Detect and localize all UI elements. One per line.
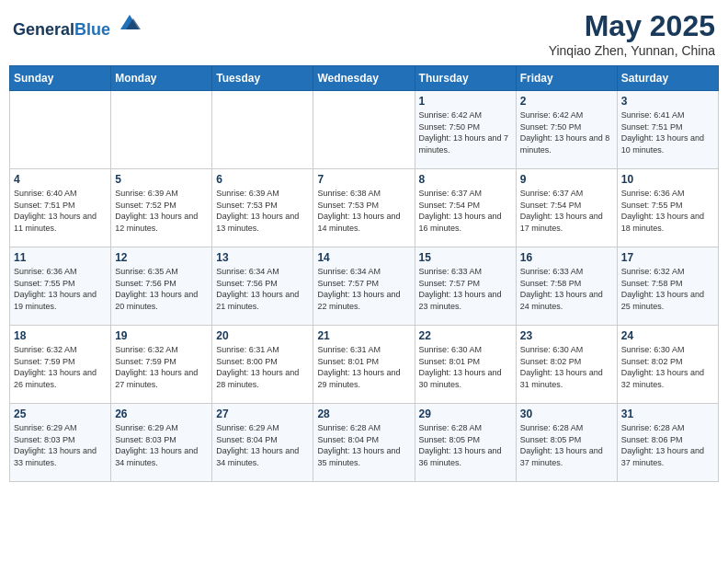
calendar-cell: 14Sunrise: 6:34 AM Sunset: 7:57 PM Dayli… [313,247,415,326]
calendar-cell [10,91,111,169]
day-info: Sunrise: 6:29 AM Sunset: 8:03 PM Dayligh… [14,422,107,468]
weekday-header: Tuesday [212,66,313,91]
day-number: 24 [621,329,714,342]
calendar-cell: 13Sunrise: 6:34 AM Sunset: 7:56 PM Dayli… [212,247,313,326]
calendar-week-row: 4Sunrise: 6:40 AM Sunset: 7:51 PM Daylig… [10,169,719,247]
calendar-cell: 12Sunrise: 6:35 AM Sunset: 7:56 PM Dayli… [111,247,212,326]
day-number: 14 [317,251,410,264]
calendar-cell: 22Sunrise: 6:30 AM Sunset: 8:01 PM Dayli… [415,326,516,404]
day-number: 1 [419,95,512,108]
logo-blue: Blue [74,20,110,39]
calendar-cell [313,91,415,169]
day-number: 25 [14,408,107,420]
logo-text: GeneralBlue [13,9,142,40]
day-number: 13 [216,251,309,264]
day-info: Sunrise: 6:28 AM Sunset: 8:05 PM Dayligh… [419,422,512,468]
calendar-cell: 21Sunrise: 6:31 AM Sunset: 8:01 PM Dayli… [313,326,415,404]
weekday-header: Sunday [10,66,111,91]
day-number: 23 [520,329,613,342]
day-number: 10 [621,173,714,186]
day-info: Sunrise: 6:36 AM Sunset: 7:55 PM Dayligh… [621,188,714,234]
day-number: 21 [317,329,410,342]
weekday-header-row: SundayMondayTuesdayWednesdayThursdayFrid… [10,66,719,91]
logo: GeneralBlue [13,9,142,40]
day-info: Sunrise: 6:35 AM Sunset: 7:56 PM Dayligh… [115,266,208,312]
calendar-cell: 4Sunrise: 6:40 AM Sunset: 7:51 PM Daylig… [10,169,111,247]
calendar-cell: 28Sunrise: 6:28 AM Sunset: 8:04 PM Dayli… [313,404,415,482]
day-info: Sunrise: 6:30 AM Sunset: 8:02 PM Dayligh… [621,344,714,390]
calendar-cell: 11Sunrise: 6:36 AM Sunset: 7:55 PM Dayli… [10,247,111,326]
calendar-cell: 7Sunrise: 6:38 AM Sunset: 7:53 PM Daylig… [313,169,415,247]
day-number: 8 [419,173,512,186]
calendar-week-row: 18Sunrise: 6:32 AM Sunset: 7:59 PM Dayli… [10,326,719,404]
calendar-cell: 25Sunrise: 6:29 AM Sunset: 8:03 PM Dayli… [10,404,111,482]
day-info: Sunrise: 6:40 AM Sunset: 7:51 PM Dayligh… [14,188,107,234]
day-info: Sunrise: 6:37 AM Sunset: 7:54 PM Dayligh… [520,188,613,234]
calendar-cell: 30Sunrise: 6:28 AM Sunset: 8:05 PM Dayli… [516,404,617,482]
day-number: 31 [621,408,714,420]
weekday-header: Thursday [415,66,516,91]
month-year: May 2025 [549,9,715,43]
day-info: Sunrise: 6:41 AM Sunset: 7:51 PM Dayligh… [621,109,714,155]
day-number: 27 [216,408,309,420]
day-number: 28 [317,408,410,420]
day-info: Sunrise: 6:29 AM Sunset: 8:04 PM Dayligh… [216,422,309,468]
day-info: Sunrise: 6:34 AM Sunset: 7:57 PM Dayligh… [317,266,410,312]
calendar-cell: 31Sunrise: 6:28 AM Sunset: 8:06 PM Dayli… [617,404,718,482]
day-info: Sunrise: 6:32 AM Sunset: 7:59 PM Dayligh… [14,344,107,390]
day-number: 9 [520,173,613,186]
day-info: Sunrise: 6:30 AM Sunset: 8:01 PM Dayligh… [419,344,512,390]
weekday-header: Saturday [617,66,718,91]
day-number: 6 [216,173,309,186]
day-number: 17 [621,251,714,264]
day-info: Sunrise: 6:42 AM Sunset: 7:50 PM Dayligh… [419,109,512,155]
calendar-cell: 16Sunrise: 6:33 AM Sunset: 7:58 PM Dayli… [516,247,617,326]
location: Yinqiao Zhen, Yunnan, China [549,43,715,58]
day-number: 15 [419,251,512,264]
weekday-header: Monday [111,66,212,91]
day-number: 18 [14,329,107,342]
day-info: Sunrise: 6:28 AM Sunset: 8:04 PM Dayligh… [317,422,410,468]
calendar-cell: 17Sunrise: 6:32 AM Sunset: 7:58 PM Dayli… [617,247,718,326]
day-number: 19 [115,329,208,342]
calendar-cell: 26Sunrise: 6:29 AM Sunset: 8:03 PM Dayli… [111,404,212,482]
calendar-cell: 9Sunrise: 6:37 AM Sunset: 7:54 PM Daylig… [516,169,617,247]
calendar-cell: 18Sunrise: 6:32 AM Sunset: 7:59 PM Dayli… [10,326,111,404]
day-number: 12 [115,251,208,264]
weekday-header: Wednesday [313,66,415,91]
logo-icon [117,9,142,35]
logo-general: General [13,20,74,39]
day-number: 20 [216,329,309,342]
day-number: 16 [520,251,613,264]
calendar-cell: 3Sunrise: 6:41 AM Sunset: 7:51 PM Daylig… [617,91,718,169]
day-info: Sunrise: 6:37 AM Sunset: 7:54 PM Dayligh… [419,188,512,234]
calendar-cell: 20Sunrise: 6:31 AM Sunset: 8:00 PM Dayli… [212,326,313,404]
day-info: Sunrise: 6:38 AM Sunset: 7:53 PM Dayligh… [317,188,410,234]
calendar-cell: 15Sunrise: 6:33 AM Sunset: 7:57 PM Dayli… [415,247,516,326]
day-info: Sunrise: 6:28 AM Sunset: 8:06 PM Dayligh… [621,422,714,468]
day-info: Sunrise: 6:36 AM Sunset: 7:55 PM Dayligh… [14,266,107,312]
day-number: 11 [14,251,107,264]
day-number: 4 [14,173,107,186]
day-info: Sunrise: 6:31 AM Sunset: 8:00 PM Dayligh… [216,344,309,390]
day-info: Sunrise: 6:29 AM Sunset: 8:03 PM Dayligh… [115,422,208,468]
calendar: SundayMondayTuesdayWednesdayThursdayFrid… [9,65,719,482]
day-info: Sunrise: 6:33 AM Sunset: 7:58 PM Dayligh… [520,266,613,312]
day-info: Sunrise: 6:42 AM Sunset: 7:50 PM Dayligh… [520,109,613,155]
calendar-week-row: 11Sunrise: 6:36 AM Sunset: 7:55 PM Dayli… [10,247,719,326]
day-number: 26 [115,408,208,420]
day-number: 7 [317,173,410,186]
day-number: 22 [419,329,512,342]
day-number: 5 [115,173,208,186]
calendar-cell: 6Sunrise: 6:39 AM Sunset: 7:53 PM Daylig… [212,169,313,247]
day-info: Sunrise: 6:32 AM Sunset: 7:59 PM Dayligh… [115,344,208,390]
day-info: Sunrise: 6:39 AM Sunset: 7:52 PM Dayligh… [115,188,208,234]
day-info: Sunrise: 6:39 AM Sunset: 7:53 PM Dayligh… [216,188,309,234]
calendar-cell: 24Sunrise: 6:30 AM Sunset: 8:02 PM Dayli… [617,326,718,404]
day-info: Sunrise: 6:31 AM Sunset: 8:01 PM Dayligh… [317,344,410,390]
calendar-cell: 29Sunrise: 6:28 AM Sunset: 8:05 PM Dayli… [415,404,516,482]
calendar-cell: 8Sunrise: 6:37 AM Sunset: 7:54 PM Daylig… [415,169,516,247]
day-number: 2 [520,95,613,108]
day-info: Sunrise: 6:33 AM Sunset: 7:57 PM Dayligh… [419,266,512,312]
calendar-week-row: 25Sunrise: 6:29 AM Sunset: 8:03 PM Dayli… [10,404,719,482]
